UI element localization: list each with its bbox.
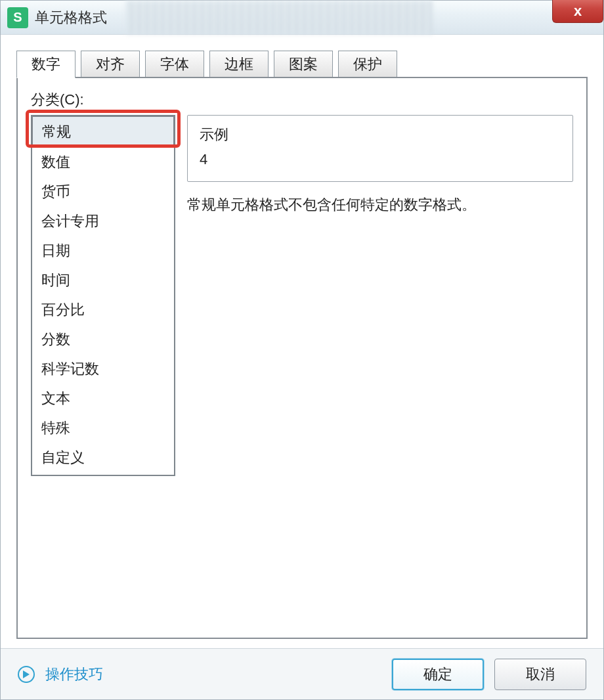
category-item-fraction[interactable]: 分数 <box>32 324 174 354</box>
title-bar: S 单元格格式 x <box>1 1 603 35</box>
tab-number[interactable]: 数字 <box>16 51 76 78</box>
category-item-label: 特殊 <box>41 420 70 436</box>
category-item-label: 货币 <box>41 183 70 200</box>
tab-label: 边框 <box>225 55 253 74</box>
tab-row: 数字 对齐 字体 边框 图案 保护 <box>16 51 588 78</box>
category-item-special[interactable]: 特殊 <box>32 413 174 443</box>
tab-protection[interactable]: 保护 <box>338 51 397 78</box>
tab-label: 保护 <box>353 55 382 74</box>
category-item-percentage[interactable]: 百分比 <box>32 295 174 324</box>
category-item-label: 科学记数 <box>41 361 99 377</box>
category-item-date[interactable]: 日期 <box>32 236 174 265</box>
category-list[interactable]: 常规 数值 货币 会计专用 日期 <box>31 115 175 476</box>
tab-font[interactable]: 字体 <box>145 51 204 78</box>
close-button[interactable]: x <box>552 0 603 23</box>
dialog-content: 数字 对齐 字体 边框 图案 保护 分类(C): <box>1 35 603 648</box>
app-icon-letter: S <box>13 10 22 25</box>
tab-pattern[interactable]: 图案 <box>274 51 333 78</box>
category-item-label: 分数 <box>41 331 70 347</box>
category-item-text[interactable]: 文本 <box>32 383 174 413</box>
category-item-number[interactable]: 数值 <box>32 147 174 177</box>
right-side: 示例 4 常规单元格格式不包含任何特定的数字格式。 <box>187 115 573 215</box>
category-item-label: 日期 <box>41 242 70 259</box>
tab-label: 对齐 <box>96 55 125 74</box>
sample-value: 4 <box>200 151 561 168</box>
category-item-scientific[interactable]: 科学记数 <box>32 354 174 383</box>
category-item-custom[interactable]: 自定义 <box>32 443 174 472</box>
close-icon: x <box>574 3 582 20</box>
category-item-time[interactable]: 时间 <box>32 265 174 295</box>
dialog-footer: 操作技巧 确定 取消 <box>1 648 603 699</box>
dialog-title: 单元格格式 <box>35 8 107 28</box>
category-item-currency[interactable]: 货币 <box>32 177 174 206</box>
category-item-label: 文本 <box>41 390 70 406</box>
category-item-label: 百分比 <box>41 301 85 318</box>
tab-label: 字体 <box>160 55 189 74</box>
tab-border[interactable]: 边框 <box>209 51 269 78</box>
category-item-label: 时间 <box>41 272 70 288</box>
cell-format-dialog: S 单元格格式 x 数字 对齐 字体 边框 图案 保护 <box>0 0 604 700</box>
tab-alignment[interactable]: 对齐 <box>81 51 140 78</box>
category-item-general[interactable]: 常规 <box>32 116 174 147</box>
format-description: 常规单元格格式不包含任何特定的数字格式。 <box>187 194 573 215</box>
svg-marker-0 <box>23 670 30 678</box>
tab-label: 数字 <box>32 55 60 74</box>
ok-button[interactable]: 确定 <box>392 659 484 690</box>
tab-panel-number: 分类(C): 常规 数值 货币 <box>16 77 588 639</box>
tips-link[interactable]: 操作技巧 <box>45 665 103 684</box>
sample-group: 示例 4 <box>187 115 573 182</box>
app-icon: S <box>7 7 28 28</box>
sample-title: 示例 <box>200 125 561 144</box>
title-bar-blur <box>125 1 433 34</box>
cancel-button[interactable]: 取消 <box>494 659 586 690</box>
category-wrap: 常规 数值 货币 会计专用 日期 <box>31 115 175 476</box>
category-item-accounting[interactable]: 会计专用 <box>32 206 174 236</box>
category-item-label: 自定义 <box>41 449 85 466</box>
tab-label: 图案 <box>289 55 318 74</box>
panel-body: 常规 数值 货币 会计专用 日期 <box>31 115 573 476</box>
category-item-label: 常规 <box>42 123 71 140</box>
category-item-label: 会计专用 <box>41 213 99 229</box>
category-item-label: 数值 <box>41 154 70 170</box>
play-icon <box>18 666 35 683</box>
category-label: 分类(C): <box>31 90 573 110</box>
